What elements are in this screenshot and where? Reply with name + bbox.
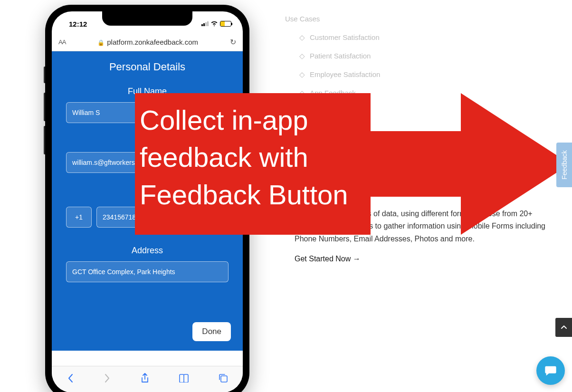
- address-label: Address: [66, 246, 229, 256]
- battery-icon: [220, 21, 231, 27]
- safari-url-bar[interactable]: AA 🔒platform.zonkafeedback.com ↻: [52, 33, 243, 51]
- reader-aa-icon[interactable]: AA: [58, 38, 66, 46]
- menu-item: ◇Customer Satisfaction: [285, 28, 380, 47]
- get-started-link[interactable]: Get Started Now →: [295, 255, 361, 263]
- share-icon[interactable]: [141, 373, 149, 386]
- done-button[interactable]: Done: [192, 322, 231, 341]
- status-time: 12:12: [63, 17, 87, 28]
- menu-item: ◇Employee Satisfaction: [285, 65, 380, 84]
- forward-icon: [104, 373, 111, 385]
- back-icon[interactable]: [67, 373, 74, 385]
- chat-icon: [544, 364, 557, 377]
- signal-icon: [201, 21, 209, 26]
- country-code-input[interactable]: [66, 207, 92, 228]
- svg-rect-0: [221, 376, 227, 382]
- background-nav-menu: Use Cases ◇Customer Satisfaction ◇Patien…: [285, 10, 380, 102]
- form-title: Personal Details: [66, 61, 229, 73]
- wifi-icon: [210, 20, 218, 28]
- lock-icon: 🔒: [97, 39, 105, 46]
- chat-launcher[interactable]: [536, 356, 565, 385]
- phone-notch: [102, 11, 192, 26]
- annotation-arrow: [371, 93, 570, 235]
- bookmarks-icon[interactable]: [179, 374, 189, 385]
- feedback-side-tab[interactable]: Feedback: [556, 143, 572, 187]
- annotation-banner: Collect in-app feedback with Feedback Bu…: [135, 93, 371, 235]
- url-text[interactable]: 🔒platform.zonkafeedback.com: [70, 38, 225, 46]
- address-input[interactable]: [66, 261, 229, 282]
- menu-header-usecases: Use Cases: [285, 10, 380, 28]
- menu-item: ◇Patient Satisfaction: [285, 47, 380, 65]
- back-to-top-button[interactable]: [555, 318, 572, 337]
- reload-icon[interactable]: ↻: [230, 38, 236, 47]
- safari-toolbar: [52, 366, 243, 392]
- tabs-icon[interactable]: [219, 373, 228, 385]
- feedback-tab-label: Feedback: [561, 150, 568, 179]
